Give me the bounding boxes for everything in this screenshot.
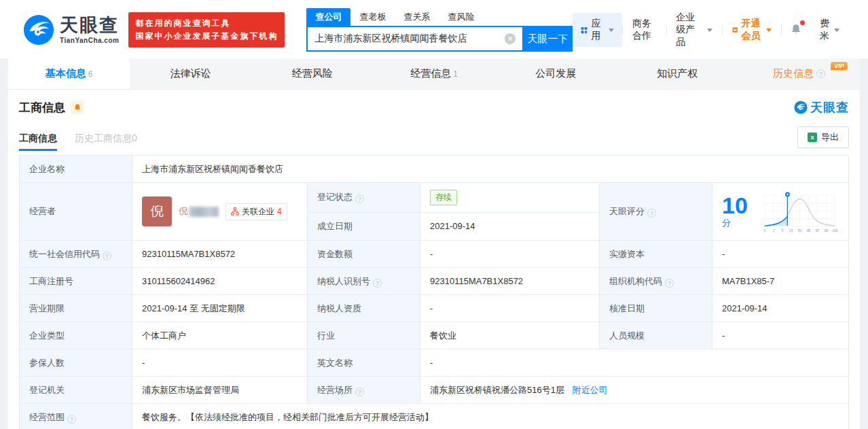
svg-text:3: 3 <box>781 229 783 233</box>
reg-number-value: 310115602414962 <box>132 268 308 295</box>
field-label: 成立日期 <box>308 212 420 240</box>
tianyancha-watermark: 天眼查 <box>794 99 849 116</box>
tab-legal-litigation[interactable]: 法律诉讼 <box>130 58 251 89</box>
notifications-button[interactable] <box>782 23 810 37</box>
tab-intellectual-property[interactable]: 知识产权 <box>617 58 738 89</box>
operator-cell: 倪 倪 关联企业 <box>132 183 308 241</box>
help-icon[interactable]: ? <box>665 279 674 288</box>
svg-text:99: 99 <box>825 229 829 233</box>
search-tab-company[interactable]: 查公司 <box>306 8 350 26</box>
company-nav-tabs: 基本信息6 法律诉讼 经营风险 经营信息1 公司发展 知识产权 VIP 历史信息… <box>8 58 860 90</box>
paid-capital-value: - <box>712 241 849 268</box>
tianyancha-watermark-icon <box>794 101 808 114</box>
business-address-cell: 浦东新区祝桥镇祝潘公路516号1层 附近公司 <box>420 377 849 404</box>
table-row: 经营范围? 餐饮服务。【依法须经批准的项目，经相关部门批准后方可开展经营活动】 <box>20 404 849 429</box>
operator-name-link[interactable]: 倪 <box>179 205 219 218</box>
export-button[interactable]: x 导出 <box>797 126 849 148</box>
chevron-down-icon <box>707 29 712 32</box>
promo-line1: 都在用的商业查询工具 <box>135 17 278 30</box>
table-row: 企业名称 上海市浦东新区祝桥镇闻闻香餐饮店 <box>20 156 849 183</box>
help-icon[interactable]: ? <box>103 252 111 260</box>
svg-text:0: 0 <box>763 229 765 233</box>
related-companies-badge[interactable]: 关联企业 4 <box>225 203 287 220</box>
search-tabs: 查公司 查老板 查关系 查风险 <box>306 8 573 26</box>
apps-menu[interactable]: 应用 <box>573 13 622 47</box>
business-term-value: 2021-09-14 至 无固定期限 <box>132 295 308 322</box>
tab-operating-risk[interactable]: 经营风险 <box>251 58 373 89</box>
field-label: 工商注册号 <box>20 268 132 295</box>
notification-dot <box>800 20 805 25</box>
insured-count-value: - <box>132 349 308 377</box>
promo-line2: 国家中小企业发展子基金旗下机构 <box>135 30 278 43</box>
help-icon[interactable]: ? <box>647 209 656 218</box>
help-icon[interactable]: ? <box>67 415 76 424</box>
field-label: 登记状态? <box>308 183 420 213</box>
field-label: 经营场所? <box>308 377 420 404</box>
help-icon[interactable]: ? <box>373 279 382 288</box>
field-label: 天眼评分? <box>600 183 712 241</box>
username: 费米 <box>820 18 829 42</box>
field-label: 行业 <box>308 322 420 349</box>
promo-badge: 都在用的商业查询工具 国家中小企业发展子基金旗下机构 <box>128 12 285 47</box>
subscribe-bell-button[interactable] <box>71 101 84 114</box>
tianyancha-logo[interactable]: 天眼查 TianYanCha.com <box>23 14 119 46</box>
open-vip-menu[interactable]: 开通会员 <box>723 18 781 42</box>
subtab-history-business-info[interactable]: 历史工商信息0 <box>75 133 137 151</box>
org-chart-icon <box>231 207 239 216</box>
nearby-companies-link[interactable]: 附近公司 <box>573 385 608 395</box>
search-input[interactable] <box>306 26 522 52</box>
search-tab-boss[interactable]: 查老板 <box>350 8 395 26</box>
company-name-value: 上海市浦东新区祝桥镇闻闻香餐饮店 <box>132 156 849 183</box>
field-label: 企业类型 <box>20 322 132 349</box>
tab-history-info[interactable]: VIP 历史信息 ? <box>738 58 860 89</box>
table-row: 营业期限 2021-09-14 至 无固定期限 纳税人资质 - 核准日期 202… <box>20 295 849 322</box>
bell-icon <box>73 103 82 111</box>
score-value: 10 <box>722 192 748 218</box>
registration-status-value: 存续 <box>420 183 600 213</box>
field-label: 组织机构代码? <box>600 268 712 295</box>
business-cooperation-link[interactable]: 商务合作 <box>623 18 666 42</box>
operator-avatar[interactable]: 倪 <box>142 196 172 226</box>
tab-operating-info[interactable]: 经营信息1 <box>373 58 494 89</box>
taxpayer-id-value: 92310115MA7B1X8572 <box>420 268 600 295</box>
tab-basic-info[interactable]: 基本信息6 <box>8 58 130 89</box>
chevron-down-icon <box>834 29 839 32</box>
company-type-value: 个体工商户 <box>132 322 308 349</box>
business-scope-value: 餐饮服务。【依法须经批准的项目，经相关部门批准后方可开展经营活动】 <box>132 404 849 429</box>
tianyancha-logo-icon <box>23 14 54 46</box>
chevron-down-icon <box>609 29 614 32</box>
org-code-value: MA7B1X85-7 <box>712 268 849 295</box>
tab-company-development[interactable]: 公司发展 <box>495 58 617 89</box>
logo-subtext: TianYanCha.com <box>60 37 119 44</box>
field-label: 登记机关 <box>20 377 132 404</box>
svg-text:100: 100 <box>832 229 837 233</box>
search-tab-risk[interactable]: 查风险 <box>439 8 483 26</box>
svg-text:97: 97 <box>816 229 820 233</box>
credit-code-value: 92310115MA7B1X8572 <box>132 241 308 268</box>
help-icon[interactable]: ? <box>355 194 364 203</box>
section-title: 工商信息 <box>19 100 65 116</box>
excel-icon: x <box>808 133 817 142</box>
help-icon[interactable]: ? <box>816 69 825 78</box>
search-button[interactable]: 天眼一下 <box>522 26 573 52</box>
field-label: 实缴资本 <box>600 241 712 268</box>
user-menu[interactable]: 费米 <box>810 18 849 42</box>
industry-value: 餐饮业 <box>420 322 600 349</box>
field-label: 参保人数 <box>20 349 132 377</box>
field-label: 人员规模 <box>600 322 712 349</box>
field-label: 纳税人资质 <box>308 295 420 322</box>
search-tab-relation[interactable]: 查关系 <box>395 8 439 26</box>
score-cell: 10分 <box>712 183 849 241</box>
top-header: 天眼查 TianYanCha.com 都在用的商业查询工具 国家中小企业发展子基… <box>0 0 868 58</box>
english-name-value: - <box>420 349 849 377</box>
help-icon[interactable]: ? <box>355 388 364 396</box>
subtab-business-info[interactable]: 工商信息 <box>19 133 57 151</box>
enterprise-products-menu[interactable]: 企业级产品 <box>666 12 722 48</box>
crown-icon <box>732 24 738 35</box>
table-row: 统一社会信用代码? 92310115MA7B1X8572 资金数额 - 实缴资本… <box>20 241 849 268</box>
table-row: 参保人数 - 英文名称 - <box>20 349 849 377</box>
logo-text: 天眼查 <box>60 16 119 35</box>
status-badge: 存续 <box>430 190 457 205</box>
apps-grid-icon <box>581 25 587 35</box>
search-area: 查公司 查老板 查关系 查风险 ✕ 天眼一下 <box>306 8 573 52</box>
